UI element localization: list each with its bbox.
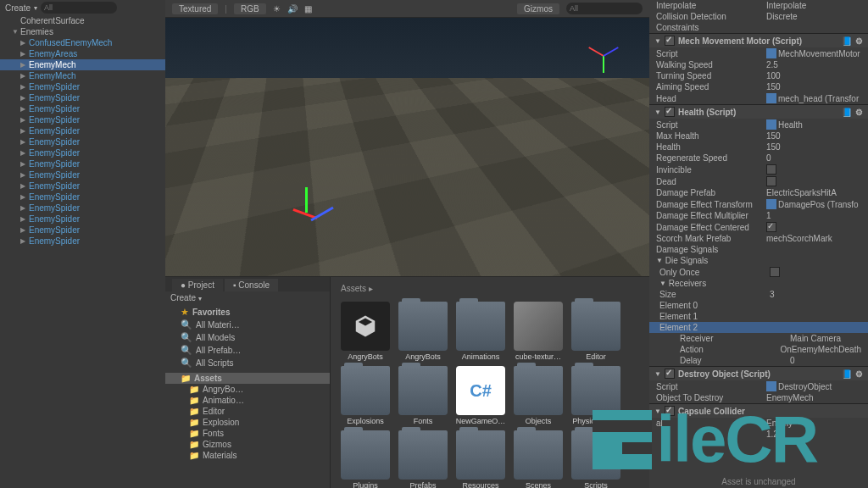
property-value[interactable]: 150 (766, 131, 861, 141)
property-value[interactable]: 1.2 (766, 430, 861, 439)
property-value[interactable]: EnemyMech (766, 393, 861, 402)
expand-icon[interactable]: ▶ (20, 39, 27, 47)
expand-icon[interactable]: ▶ (20, 72, 27, 80)
hierarchy-item[interactable]: ▶EnemySpider (0, 236, 165, 247)
expand-icon[interactable]: ▶ (20, 116, 27, 124)
property-checkbox[interactable] (766, 164, 776, 175)
property-value[interactable]: mech_head (Transfor (778, 94, 859, 103)
property-value[interactable]: OnEnemyMechDeath (780, 345, 861, 354)
folder-item[interactable]: 📁Animatio… (165, 395, 330, 406)
help-icon[interactable]: 📘 (842, 36, 852, 46)
asset-item[interactable]: Prefabs (397, 430, 449, 488)
hierarchy-item[interactable]: ▶EnemySpider (0, 225, 165, 236)
hierarchy-item[interactable]: ▶EnemySpider (0, 103, 165, 114)
favorite-search[interactable]: 🔍All Prefab… (165, 344, 330, 357)
asset-item[interactable]: Resources (454, 430, 507, 488)
fx-toggle-icon[interactable]: ▦ (304, 4, 312, 14)
hierarchy-item[interactable]: ▶EnemySpider (0, 169, 165, 180)
component-destroy-object[interactable]: ▼ Destroy Object (Script) 📘 ⚙ (649, 366, 868, 380)
hierarchy-item[interactable]: ▶EnemyMech (0, 59, 165, 70)
hierarchy-item[interactable]: ▶EnemySpider (0, 147, 165, 158)
expand-icon[interactable]: ▶ (20, 149, 27, 157)
asset-item[interactable]: AngryBots (339, 302, 392, 361)
hierarchy-item[interactable]: ▶EnemySpider (0, 158, 165, 169)
asset-item[interactable]: Explosions (339, 366, 392, 425)
hierarchy-item[interactable]: ▶ConfusedEnemyMech (0, 37, 165, 48)
property-value[interactable]: 3 (770, 290, 861, 299)
gizmos-dropdown[interactable]: Gizmos (517, 3, 559, 14)
hierarchy-search-input[interactable] (41, 2, 117, 14)
hierarchy-item[interactable]: ▶EnemySpider (0, 214, 165, 225)
gizmo-x-axis[interactable] (588, 47, 604, 57)
expand-icon[interactable]: ▶ (20, 182, 27, 190)
dropdown-icon[interactable]: ▾ (34, 4, 37, 12)
expand-icon[interactable]: ▶ (20, 61, 27, 69)
asset-item[interactable]: Scripts (570, 430, 622, 488)
property-value[interactable]: 2.5 (766, 60, 861, 69)
asset-item[interactable]: Plugins (339, 430, 392, 488)
folder-item[interactable]: 📁Gizmos (165, 439, 330, 450)
property-value[interactable]: 1 (766, 211, 861, 220)
shading-mode-dropdown[interactable]: Textured (172, 3, 218, 14)
expand-icon[interactable]: ▶ (20, 94, 27, 102)
expand-icon[interactable]: ▶ (20, 127, 27, 135)
help-icon[interactable]: 📘 (842, 369, 852, 379)
enable-checkbox[interactable] (665, 406, 675, 416)
component-capsule-collider[interactable]: ▼ Capsule Collider (649, 403, 868, 418)
property-value[interactable]: DestroyObject (778, 382, 832, 391)
property-value[interactable]: 150 (766, 142, 861, 152)
component-mech-movement-motor[interactable]: ▼ Mech Movement Motor (Script) 📘 ⚙ (649, 33, 868, 47)
folder-item[interactable]: 📁Editor (165, 406, 330, 417)
create-menu[interactable]: Create (5, 3, 31, 13)
asset-item[interactable]: Fonts (397, 366, 449, 425)
asset-item[interactable]: AngryBots (397, 302, 449, 361)
asset-item[interactable]: Animations (454, 302, 507, 361)
folder-item[interactable]: 📁Materials (165, 450, 330, 461)
only-once-checkbox[interactable] (770, 267, 780, 277)
enable-checkbox[interactable] (665, 36, 675, 46)
hierarchy-item[interactable]: ▼Enemies (0, 26, 165, 37)
light-toggle-icon[interactable]: ☀ (273, 4, 281, 14)
hierarchy-item[interactable]: ▶EnemySpider (0, 202, 165, 214)
property-checkbox[interactable] (766, 222, 776, 232)
expand-icon[interactable]: ▶ (20, 160, 27, 168)
property-value[interactable]: Main Camera (790, 334, 861, 343)
hierarchy-item[interactable]: ▶EnemySpider (0, 125, 165, 136)
console-tab[interactable]: ▪ Console (225, 279, 278, 291)
favorite-search[interactable]: 🔍All Scripts (165, 357, 330, 369)
project-tab[interactable]: ● Project (172, 279, 223, 291)
expand-icon[interactable]: ▶ (20, 138, 27, 146)
property-checkbox[interactable] (766, 176, 776, 186)
expand-icon[interactable]: ▶ (20, 105, 27, 113)
hierarchy-item[interactable]: ▶EnemySpider (0, 136, 165, 147)
enable-checkbox[interactable] (665, 369, 675, 379)
property-value[interactable]: MechMovementMotor (778, 49, 860, 58)
asset-item[interactable]: cube-textur… (512, 302, 565, 361)
gizmo-z-axis[interactable] (604, 47, 619, 57)
asset-item[interactable]: C#NewGameO… (454, 366, 507, 425)
hierarchy-item[interactable]: ▶EnemyAreas (0, 48, 165, 59)
hierarchy-item[interactable]: ▶EnemyMech (0, 70, 165, 81)
breadcrumb[interactable]: Assets ▸ (334, 280, 646, 297)
property-value[interactable]: 0 (766, 153, 861, 163)
property-value[interactable]: 100 (766, 71, 861, 80)
dropdown-icon[interactable]: ▾ (198, 295, 202, 302)
enable-checkbox[interactable] (665, 107, 675, 117)
hierarchy-item[interactable]: ▶EnemySpider (0, 114, 165, 125)
project-create-menu[interactable]: Create (170, 293, 196, 302)
expand-icon[interactable]: ▶ (20, 193, 27, 201)
property-value[interactable]: ElectricSparksHitA (766, 188, 861, 197)
favorite-search[interactable]: 🔍All Models (165, 331, 330, 344)
property-value[interactable]: mechScorchMark (766, 234, 861, 243)
property-value[interactable]: 0 (790, 356, 861, 365)
favorites-header[interactable]: ★ Favorites (165, 306, 330, 319)
property-value[interactable]: Health (778, 120, 803, 130)
scene-search-input[interactable] (566, 3, 643, 14)
move-gizmo-y[interactable] (305, 187, 308, 213)
hierarchy-item[interactable]: CoherentSurface (0, 15, 165, 26)
folder-item[interactable]: 📁Explosion (165, 417, 330, 428)
asset-item[interactable]: Objects (512, 366, 565, 425)
render-mode-dropdown[interactable]: RGB (234, 3, 266, 14)
hierarchy-item[interactable]: ▶EnemySpider (0, 180, 165, 191)
asset-item[interactable]: Editor (570, 302, 622, 361)
